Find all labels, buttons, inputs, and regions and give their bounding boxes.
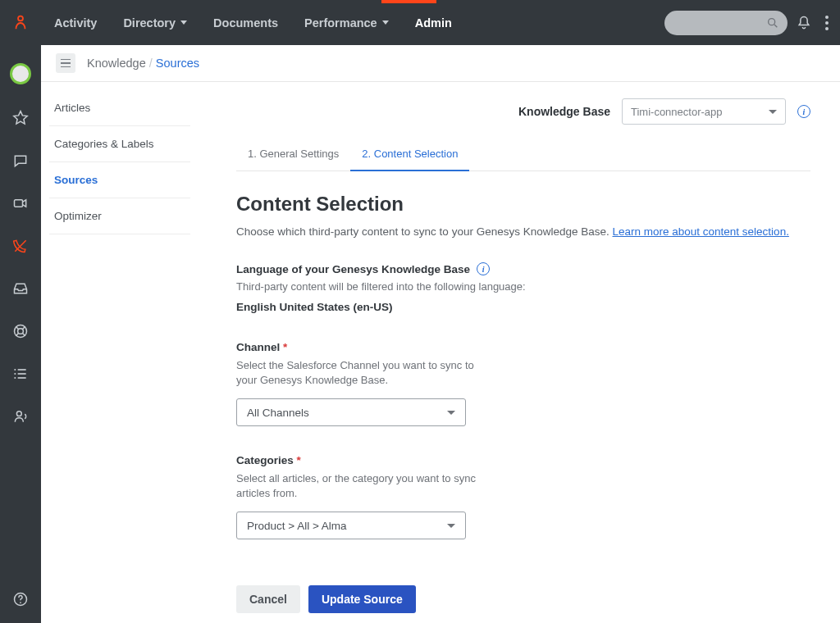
sidenav-label: Sources bbox=[54, 174, 98, 186]
kb-select-value: Timi-connector-app bbox=[631, 106, 723, 118]
sidenav-categories[interactable]: Categories & Labels bbox=[49, 126, 190, 162]
rail-help[interactable] bbox=[11, 590, 30, 608]
language-info-button[interactable]: i bbox=[477, 262, 490, 275]
svg-point-15 bbox=[14, 373, 16, 375]
tab-label: 1. General Settings bbox=[248, 148, 339, 160]
svg-point-16 bbox=[14, 377, 16, 379]
notifications-button[interactable] bbox=[796, 15, 812, 31]
video-icon bbox=[12, 195, 29, 211]
sidenav-sources[interactable]: Sources bbox=[49, 162, 190, 198]
tab-label: 2. Content Selection bbox=[362, 148, 458, 160]
page-lead: Choose which third-party content to sync… bbox=[236, 225, 810, 238]
chevron-down-icon bbox=[180, 20, 187, 25]
phone-off-icon bbox=[12, 238, 29, 254]
lifering-icon bbox=[12, 323, 29, 339]
svg-point-1 bbox=[769, 18, 775, 25]
kb-select[interactable]: Timi-connector-app bbox=[622, 98, 786, 125]
channel-label: Channel * bbox=[236, 341, 810, 353]
svg-rect-3 bbox=[15, 200, 23, 207]
help-icon bbox=[12, 591, 29, 607]
rail-video[interactable] bbox=[11, 194, 30, 212]
search-icon bbox=[766, 16, 779, 30]
sidenav-articles[interactable]: Articles bbox=[49, 90, 190, 126]
channel-select[interactable]: All Channels bbox=[236, 398, 466, 426]
breadcrumb-separator: / bbox=[149, 57, 156, 70]
breadcrumb-current: Sources bbox=[156, 57, 199, 70]
language-section-title: Language of your Genesys Knowledge Base … bbox=[236, 262, 810, 275]
sidenav-label: Categories & Labels bbox=[54, 138, 154, 150]
kb-selector-row: Knowledge Base Timi-connector-app i bbox=[236, 98, 810, 125]
main-content: Knowledge Base Timi-connector-app i 1. G… bbox=[195, 82, 840, 623]
language-value: English United States (en-US) bbox=[236, 301, 810, 313]
svg-point-17 bbox=[16, 412, 21, 416]
nav-label: Performance bbox=[304, 16, 377, 30]
channel-select-value: All Channels bbox=[247, 407, 309, 419]
rail-help-container bbox=[0, 590, 41, 608]
rail-favorites[interactable] bbox=[11, 109, 30, 127]
page: Knowledge / Sources Articles Categories … bbox=[41, 45, 840, 623]
categories-help: Select all articles, or the category you… bbox=[236, 471, 482, 500]
chevron-down-icon bbox=[447, 524, 455, 528]
top-right-tools bbox=[664, 0, 833, 45]
breadcrumb-root[interactable]: Knowledge bbox=[87, 57, 146, 70]
rail-list[interactable] bbox=[11, 365, 30, 383]
nav-label: Documents bbox=[213, 16, 278, 30]
categories-field: Categories * Select all articles, or the… bbox=[236, 454, 810, 539]
channel-label-text: Channel bbox=[236, 341, 280, 353]
update-source-button[interactable]: Update Source bbox=[308, 585, 416, 613]
nav-performance[interactable]: Performance bbox=[291, 0, 402, 45]
categories-label-text: Categories bbox=[236, 454, 294, 466]
search-input[interactable] bbox=[664, 11, 788, 35]
svg-point-19 bbox=[20, 602, 21, 603]
cancel-button[interactable]: Cancel bbox=[236, 585, 300, 613]
svg-point-14 bbox=[14, 369, 16, 371]
categories-select[interactable]: Product > All > Alma bbox=[236, 512, 466, 539]
tab-general-settings[interactable]: 1. General Settings bbox=[236, 139, 350, 171]
svg-line-2 bbox=[774, 25, 777, 27]
breadcrumb: Knowledge / Sources bbox=[87, 57, 199, 70]
channel-field: Channel * Select the Salesforce Channel … bbox=[236, 341, 810, 426]
sidenav-optimizer[interactable]: Optimizer bbox=[49, 198, 190, 234]
top-nav: Activity Directory Documents Performance… bbox=[41, 0, 465, 45]
app-logo[interactable] bbox=[0, 14, 41, 32]
learn-more-link[interactable]: Learn more about content selection. bbox=[613, 225, 789, 238]
rail-interactions[interactable] bbox=[11, 237, 30, 255]
nav-directory[interactable]: Directory bbox=[110, 0, 200, 45]
tab-content-selection[interactable]: 2. Content Selection bbox=[350, 139, 469, 171]
chat-icon bbox=[12, 152, 29, 169]
breadcrumb-bar: Knowledge / Sources bbox=[41, 45, 840, 82]
kb-info-button[interactable]: i bbox=[797, 105, 810, 118]
side-nav: Articles Categories & Labels Sources Opt… bbox=[41, 82, 195, 623]
genesys-logo-icon bbox=[11, 14, 30, 32]
page-title: Content Selection bbox=[236, 193, 810, 216]
required-indicator: * bbox=[297, 454, 301, 466]
left-rail bbox=[0, 45, 41, 623]
form-actions: Cancel Update Source bbox=[236, 585, 810, 613]
sidebar-toggle[interactable] bbox=[56, 53, 75, 73]
rail-agent[interactable] bbox=[11, 407, 30, 425]
required-indicator: * bbox=[283, 341, 287, 353]
nav-label: Directory bbox=[123, 16, 176, 30]
lead-text: Choose which third-party content to sync… bbox=[236, 225, 613, 238]
page-body: Articles Categories & Labels Sources Opt… bbox=[41, 82, 840, 623]
nav-admin[interactable]: Admin bbox=[402, 0, 465, 45]
top-bar: Activity Directory Documents Performance… bbox=[0, 0, 840, 45]
nav-documents[interactable]: Documents bbox=[200, 0, 291, 45]
step-tabs: 1. General Settings 2. Content Selection bbox=[236, 139, 810, 171]
avatar[interactable] bbox=[10, 63, 31, 84]
nav-label: Admin bbox=[415, 16, 452, 30]
kb-label: Knowledge Base bbox=[518, 105, 610, 118]
more-menu-button[interactable] bbox=[820, 16, 833, 30]
rail-lifering[interactable] bbox=[11, 322, 30, 340]
content: Content Selection Choose which third-par… bbox=[236, 171, 810, 613]
chevron-down-icon bbox=[447, 411, 455, 415]
language-helper: Third-party content will be filtered int… bbox=[236, 280, 810, 293]
nav-activity[interactable]: Activity bbox=[41, 0, 110, 45]
rail-chat[interactable] bbox=[11, 152, 30, 170]
active-tab-indicator bbox=[381, 0, 436, 3]
rail-inbox[interactable] bbox=[11, 280, 30, 298]
categories-select-value: Product > All > Alma bbox=[247, 520, 347, 532]
categories-label: Categories * bbox=[236, 454, 810, 466]
chevron-down-icon bbox=[382, 20, 389, 25]
svg-point-0 bbox=[18, 16, 23, 20]
